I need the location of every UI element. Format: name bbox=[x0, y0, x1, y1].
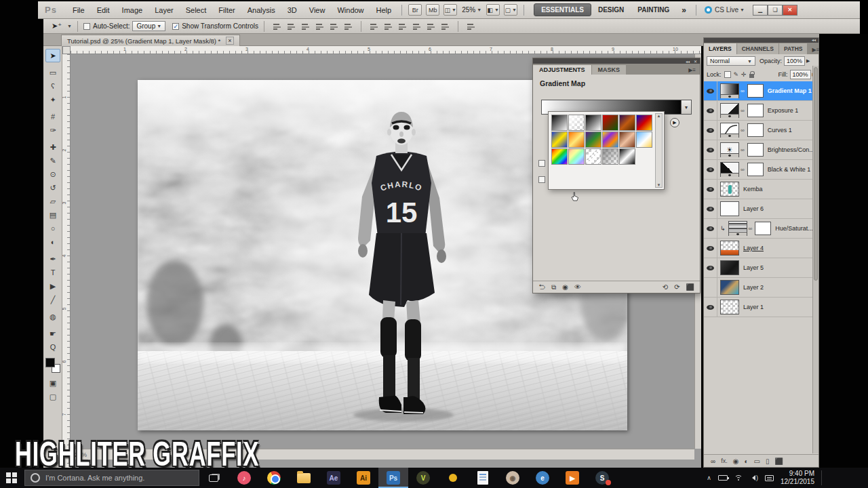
marquee-tool[interactable]: ▭ bbox=[45, 66, 60, 79]
layer-name[interactable]: Curves 1 bbox=[768, 127, 792, 134]
menu-item-image[interactable]: Image bbox=[116, 2, 149, 18]
menu-item-layer[interactable]: Layer bbox=[149, 2, 180, 18]
auto-align-button[interactable] bbox=[465, 22, 477, 31]
gradient-preset-5[interactable] bbox=[636, 115, 652, 131]
layer-row-layer-2[interactable]: Layer 2 bbox=[704, 278, 818, 298]
scrollbar-thumb[interactable] bbox=[814, 67, 818, 281]
menu-item-analysis[interactable]: Analysis bbox=[241, 2, 281, 18]
launch-bridge-button[interactable]: Br bbox=[408, 4, 422, 16]
lock-all-icon[interactable] bbox=[749, 74, 754, 78]
workspace-overflow-button[interactable]: » bbox=[676, 5, 692, 15]
screen-mode-button[interactable]: ▢ bbox=[45, 390, 60, 403]
layer-row-layer-1[interactable]: Layer 1 bbox=[704, 298, 818, 317]
layer-row-gradient-map-1[interactable]: ∞Gradient Map 1 bbox=[704, 81, 818, 101]
gradient-preset-11[interactable] bbox=[636, 131, 652, 148]
layer-name[interactable]: Gradient Map 1 bbox=[768, 87, 812, 94]
cortana-search-box[interactable]: I'm Cortana. Ask me anything. bbox=[24, 470, 199, 486]
menu-item-3d[interactable]: 3D bbox=[281, 2, 303, 18]
layer-thumbnail[interactable] bbox=[720, 182, 739, 197]
layer-name[interactable]: Black & White 1 bbox=[768, 166, 811, 173]
zoom-level-control[interactable]: 25% ▼ bbox=[462, 6, 481, 14]
brush-tool[interactable]: ✎ bbox=[45, 154, 60, 167]
menu-item-view[interactable]: View bbox=[303, 2, 332, 18]
layer-visibility-toggle[interactable] bbox=[704, 219, 717, 238]
quick-mask-button[interactable]: ▣ bbox=[45, 376, 60, 390]
layer-thumbnail[interactable] bbox=[720, 103, 739, 118]
clock[interactable]: 9:40 PM 12/21/2015 bbox=[781, 470, 814, 486]
illustrator-icon[interactable]: Ai bbox=[349, 468, 378, 488]
photoshop-icon[interactable]: Ps bbox=[378, 468, 408, 488]
opacity-spinner[interactable]: ▶ bbox=[806, 58, 810, 64]
layer-row-layer-5[interactable]: Layer 5 bbox=[704, 258, 818, 278]
layer-name[interactable]: Layer 2 bbox=[743, 284, 764, 291]
panel-title-strip[interactable]: ◂◂ ✕ bbox=[533, 58, 700, 64]
eyedropper-tool[interactable]: ✑ bbox=[45, 123, 60, 137]
view-extras-button[interactable]: ◫▼ bbox=[443, 4, 457, 16]
blur-tool[interactable]: ○ bbox=[45, 222, 60, 235]
volume-icon[interactable]: ) bbox=[749, 474, 758, 481]
return-icon[interactable]: ⮌ bbox=[538, 283, 545, 291]
layer-row-brightness-con-[interactable]: ☀∞Brightness/Con... bbox=[704, 140, 818, 160]
layer-name[interactable]: Kemba bbox=[743, 186, 763, 192]
tab-paths[interactable]: PATHS bbox=[779, 43, 808, 54]
layer-thumbnail[interactable] bbox=[720, 260, 739, 275]
blend-mode-dropdown[interactable]: Normal ▼ bbox=[707, 56, 755, 66]
layer-visibility-toggle[interactable] bbox=[704, 258, 717, 277]
distribute-button-0[interactable] bbox=[368, 22, 380, 31]
layer-row-layer-6[interactable]: Layer 6 bbox=[704, 199, 818, 219]
layer-row-hue-saturat-[interactable]: ↳∞Hue/Saturat... bbox=[704, 219, 818, 239]
word-icon[interactable] bbox=[468, 468, 498, 488]
gradient-preset-13[interactable] bbox=[568, 148, 585, 165]
menu-item-edit[interactable]: Edit bbox=[91, 2, 116, 18]
layer-thumbnail[interactable]: ☀ bbox=[720, 142, 739, 157]
layer-visibility-toggle[interactable] bbox=[704, 298, 717, 317]
layer-style-icon[interactable]: fx. bbox=[721, 458, 728, 464]
align-button-3[interactable] bbox=[314, 22, 326, 31]
type-tool[interactable]: T bbox=[45, 266, 60, 279]
crop-tool[interactable]: # bbox=[45, 110, 60, 123]
tab-layers[interactable]: LAYERS bbox=[704, 43, 736, 54]
gradient-preset-12[interactable] bbox=[551, 148, 568, 165]
close-document-icon[interactable]: × bbox=[226, 37, 233, 45]
align-button-5[interactable] bbox=[342, 22, 354, 31]
align-button-1[interactable] bbox=[285, 22, 297, 31]
layer-thumbnail[interactable] bbox=[720, 300, 739, 314]
panel-menu-icon[interactable]: ▶≡ bbox=[808, 45, 823, 54]
add-mask-icon[interactable]: ◉ bbox=[733, 458, 739, 465]
dodge-tool[interactable]: ◐ bbox=[45, 235, 60, 249]
layer-visibility-toggle[interactable] bbox=[704, 180, 717, 199]
gradient-preset-16[interactable] bbox=[619, 148, 635, 165]
delete-layer-icon[interactable]: ⬛ bbox=[774, 458, 783, 465]
close-icon[interactable]: ✕ bbox=[694, 59, 697, 64]
gradient-preset-3[interactable] bbox=[602, 115, 618, 131]
close-button[interactable]: ✕ bbox=[783, 5, 797, 16]
menu-item-select[interactable]: Select bbox=[180, 2, 213, 18]
layers-scrollbar[interactable] bbox=[812, 66, 818, 453]
layer-row-exposure-1[interactable]: ∞Exposure 1 bbox=[704, 101, 818, 121]
media-player-icon[interactable]: ▶ bbox=[557, 468, 587, 488]
link-layers-icon[interactable]: ∞ bbox=[711, 458, 715, 465]
layer-name[interactable]: Exposure 1 bbox=[768, 107, 799, 114]
layer-visibility-toggle[interactable] bbox=[704, 121, 717, 140]
layer-name[interactable]: Brightness/Con... bbox=[768, 146, 814, 153]
tab-adjustments[interactable]: ADJUSTMENTS bbox=[533, 65, 591, 75]
zoom-tool[interactable]: Q bbox=[45, 340, 60, 354]
pen-tool[interactable]: ✒ bbox=[45, 252, 60, 266]
sticky-notes-icon[interactable] bbox=[438, 468, 468, 488]
steam-icon[interactable]: S bbox=[587, 468, 617, 488]
gradient-preset-14[interactable] bbox=[585, 148, 601, 165]
layer-mask-thumbnail[interactable] bbox=[747, 143, 764, 157]
reset-icon[interactable]: ⟲ bbox=[663, 283, 668, 291]
workspace-essentials[interactable]: ESSENTIALS bbox=[534, 3, 591, 16]
align-button-2[interactable] bbox=[300, 22, 311, 31]
distribute-button-4[interactable] bbox=[425, 22, 437, 31]
align-button-4[interactable] bbox=[328, 22, 340, 31]
delete-icon[interactable]: ⬛ bbox=[686, 283, 694, 291]
arrange-documents-button[interactable]: ◧▼ bbox=[486, 4, 500, 16]
panel-menu-icon[interactable]: ▶≡ bbox=[684, 66, 700, 75]
gradient-preset-7[interactable] bbox=[568, 131, 585, 148]
expanded-view-icon[interactable]: ⧉ bbox=[551, 283, 556, 291]
dither-checkbox[interactable] bbox=[538, 160, 545, 167]
distribute-button-1[interactable] bbox=[382, 22, 394, 31]
screen-mode-button[interactable]: ▢▼ bbox=[504, 4, 517, 16]
